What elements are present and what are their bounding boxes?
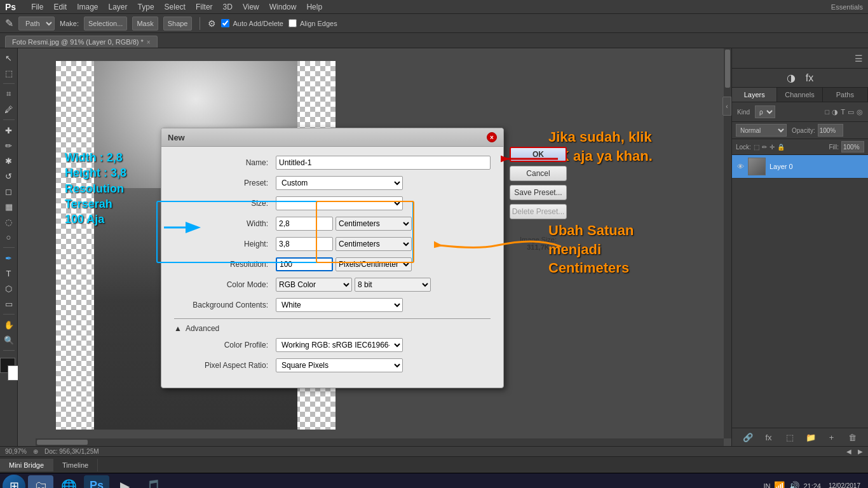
filter-onoff-icon[interactable]: ◎ (857, 108, 863, 116)
delete-layer-button[interactable]: 🗑 (846, 431, 859, 444)
taskbar-photoshop-button[interactable]: Ps (84, 475, 109, 489)
taskbar-misc-button[interactable]: 🎵 (140, 475, 165, 489)
paths-tab[interactable]: Paths (823, 88, 868, 102)
brush-tool[interactable]: ✏ (2, 139, 16, 152)
save-preset-button[interactable]: Save Preset... (510, 185, 567, 200)
tab-close-button[interactable]: × (147, 39, 151, 46)
timeline-tab[interactable]: Timeline (53, 459, 98, 471)
status-icon[interactable]: ⊕ (33, 448, 38, 455)
document-tab[interactable]: Foto Resmi.jpg @ 91% (Layer 0, RGB/8) * … (5, 36, 158, 48)
scroll-nav-prev[interactable]: ◀ (846, 448, 851, 455)
menu-edit[interactable]: Edit (53, 3, 67, 11)
toolbar-mode-select[interactable]: Path (18, 17, 55, 30)
dialog-close-button[interactable]: × (487, 132, 497, 142)
color-mode-select[interactable]: RGB Color CMYK Color Grayscale (276, 278, 352, 292)
align-edges-check[interactable]: Align Edges (288, 19, 337, 27)
channels-tab[interactable]: Channels (777, 88, 822, 102)
auto-add-delete-checkbox[interactable] (221, 19, 229, 27)
menu-layer[interactable]: Layer (109, 3, 128, 11)
adjustments-icon[interactable]: ◑ (787, 72, 796, 84)
select-tool[interactable]: ⬚ (2, 66, 16, 80)
preset-select[interactable]: Custom (276, 176, 403, 190)
selection-button[interactable]: Selection... (84, 17, 127, 30)
filter-pixel-icon[interactable]: □ (825, 108, 830, 116)
layers-tab[interactable]: Layers (732, 88, 777, 102)
lock-position-icon[interactable]: ✛ (770, 144, 775, 151)
height-unit-select[interactable]: Centimeters Pixels (336, 237, 412, 251)
layer-visibility-icon[interactable]: 👁 (737, 163, 744, 170)
auto-add-delete-check[interactable]: Auto Add/Delete (221, 19, 283, 27)
shape-tool[interactable]: ▭ (2, 297, 16, 311)
lock-transparent-icon[interactable]: ⬚ (754, 144, 759, 151)
eyedropper-tool[interactable]: 🖉 (2, 102, 16, 116)
taskbar-explorer-button[interactable]: 🗂 (28, 475, 53, 489)
add-style-button[interactable]: fx (763, 431, 775, 444)
pixel-aspect-select[interactable]: Square Pixels (276, 358, 403, 372)
lock-image-icon[interactable]: ✏ (762, 144, 767, 151)
color-depth-select[interactable]: 8 bit 16 bit (355, 278, 431, 292)
eraser-tool[interactable]: ◻ (2, 184, 16, 198)
menu-window[interactable]: Window (269, 3, 297, 11)
blend-mode-select[interactable]: Normal (736, 124, 787, 137)
layer-kind-select[interactable]: ρ (755, 105, 775, 118)
panel-menu-icon[interactable]: ☰ (855, 53, 863, 64)
menu-select[interactable]: Select (165, 3, 186, 11)
advanced-header[interactable]: ▲ Advanced (174, 324, 491, 333)
link-layers-button[interactable]: 🔗 (742, 431, 754, 444)
taskbar-chrome-button[interactable]: 🌐 (56, 475, 81, 489)
scroll-nav-next[interactable]: ▶ (858, 448, 863, 455)
stamp-tool[interactable]: ✱ (2, 154, 16, 168)
menu-help[interactable]: Help (306, 3, 322, 11)
mask-button[interactable]: Mask (132, 17, 158, 30)
right-panel-collapse-button[interactable]: ‹ (722, 97, 731, 116)
width-input[interactable] (276, 217, 333, 231)
gradient-tool[interactable]: ▦ (2, 200, 16, 214)
color-profile-select[interactable]: Working RGB: sRGB IEC61966-2.1 (276, 338, 403, 352)
layer-item[interactable]: 👁 Layer 0 (732, 155, 868, 179)
type-tool[interactable]: T (2, 266, 16, 280)
speaker-icon[interactable]: 🔊 (789, 481, 799, 489)
scroll-thumb-h[interactable] (37, 440, 88, 445)
menu-view[interactable]: View (243, 3, 259, 11)
menu-3d[interactable]: 3D (223, 3, 233, 11)
new-group-button[interactable]: 📁 (804, 431, 817, 444)
blur-tool[interactable]: ◌ (2, 215, 16, 229)
menu-file[interactable]: File (31, 3, 43, 11)
filter-type-icon[interactable]: T (841, 108, 845, 116)
filter-adjust-icon[interactable]: ◑ (832, 108, 838, 116)
path-tool[interactable]: ⬡ (2, 281, 16, 295)
taskbar-media-button[interactable]: ▶ (112, 475, 137, 489)
pen-tool[interactable]: ✒ (2, 251, 16, 265)
resolution-input[interactable] (276, 257, 333, 271)
bg-contents-select[interactable]: White Background Color Transparent (276, 298, 403, 312)
hand-tool[interactable]: ✋ (2, 318, 16, 332)
network-icon[interactable]: 📶 (774, 481, 785, 489)
healing-tool[interactable]: ✚ (2, 123, 16, 137)
new-layer-button[interactable]: + (825, 431, 838, 444)
width-unit-select[interactable]: Centimeters Pixels Inches (336, 217, 412, 231)
menu-type[interactable]: Type (138, 3, 154, 11)
name-input[interactable] (276, 156, 491, 170)
height-input[interactable] (276, 237, 333, 251)
mini-bridge-tab[interactable]: Mini Bridge (0, 459, 53, 471)
menu-filter[interactable]: Filter (196, 3, 213, 11)
canvas-scroll-h[interactable] (36, 438, 724, 446)
resolution-unit-select[interactable]: Pixels/Centimeter Pixels/Inch (336, 257, 412, 271)
size-select[interactable] (276, 196, 403, 210)
dodge-tool[interactable]: ○ (2, 230, 16, 244)
filter-shape-icon[interactable]: ▭ (848, 108, 854, 116)
fill-input[interactable] (841, 141, 864, 152)
delete-preset-button[interactable]: Delete Preset... (510, 204, 567, 219)
start-button[interactable]: ⊞ (3, 475, 25, 489)
lock-all-icon[interactable]: 🔒 (777, 144, 785, 151)
shape-button[interactable]: Shape (163, 17, 193, 30)
move-tool[interactable]: ↖ (2, 51, 16, 65)
history-tool[interactable]: ↺ (2, 169, 16, 183)
scroll-thumb-v[interactable] (725, 50, 730, 88)
opacity-input[interactable] (818, 124, 843, 137)
crop-tool[interactable]: ⌗ (2, 87, 16, 101)
styles-icon[interactable]: fx (806, 72, 813, 84)
add-mask-button[interactable]: ⬚ (783, 431, 796, 444)
zoom-tool[interactable]: 🔍 (2, 333, 16, 347)
menu-image[interactable]: Image (77, 3, 98, 11)
